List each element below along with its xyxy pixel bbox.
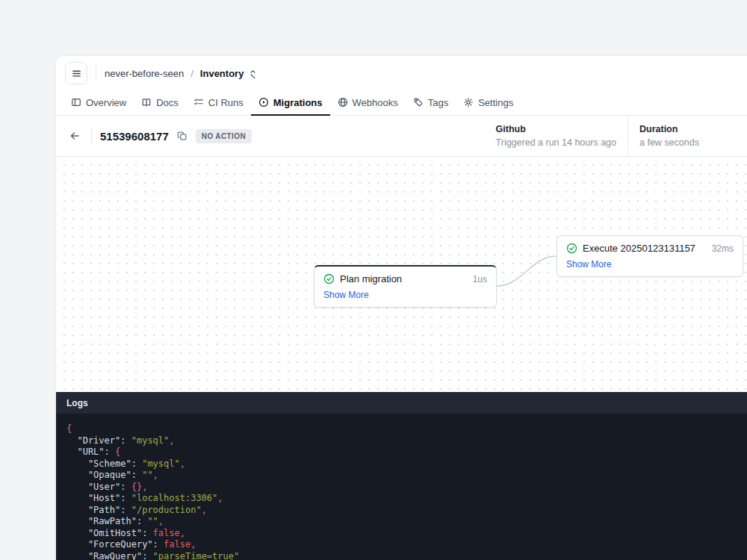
log-line: "OmitHost": false,: [66, 528, 737, 540]
meta-duration-value: a few seconds: [639, 137, 736, 148]
top-header: never-before-seen / Inventory: [56, 56, 747, 90]
copy-icon: [177, 131, 187, 141]
tab-settings[interactable]: Settings: [456, 90, 521, 116]
node-duration: 1us: [465, 274, 487, 284]
meta-duration-label: Duration: [639, 124, 736, 134]
tab-label: Migrations: [273, 97, 323, 108]
node-plan-migration[interactable]: Plan migration 1us Show More: [314, 265, 497, 308]
overview-icon: [71, 97, 81, 108]
log-line: "Driver": "mysql",: [66, 435, 737, 447]
back-button[interactable]: [66, 128, 83, 144]
node-title: Plan migration: [340, 273, 402, 284]
tab-docs[interactable]: Docs: [134, 90, 186, 116]
meta-github: Github Triggered a run 14 hours ago: [485, 116, 627, 156]
run-header-meta: Github Triggered a run 14 hours ago Dura…: [485, 116, 747, 156]
log-line: "URL": {: [66, 447, 737, 458]
divider: [91, 128, 92, 144]
log-line: "ForceQuery": false,: [66, 539, 737, 551]
node-header: Execute 20250123131157 32ms: [566, 243, 734, 254]
tab-label: CI Runs: [208, 97, 244, 108]
tab-tags[interactable]: Tags: [406, 90, 456, 116]
log-line: "RawQuery": "parseTime=true": [66, 551, 737, 560]
ci-runs-icon: [193, 97, 204, 108]
tags-icon: [413, 97, 424, 108]
logs-panel: Logs { "Driver": "mysql", "URL": { "Sche…: [56, 392, 747, 560]
show-more-link[interactable]: Show More: [566, 259, 734, 270]
tab-ci-runs[interactable]: CI Runs: [186, 90, 251, 116]
meta-github-value: Triggered a run 14 hours ago: [496, 137, 616, 148]
tab-migrations[interactable]: Migrations: [251, 90, 330, 116]
tab-overview[interactable]: Overview: [63, 90, 134, 116]
check-circle-icon: [566, 243, 577, 254]
tab-label: Webhooks: [353, 97, 398, 108]
log-line: "Host": "localhost:3306",: [66, 493, 737, 505]
copy-run-id-button[interactable]: [177, 131, 187, 141]
breadcrumb: never-before-seen / Inventory: [105, 68, 258, 79]
log-line: "RawPath": "",: [66, 516, 737, 528]
breadcrumb-org[interactable]: never-before-seen: [105, 68, 184, 79]
node-execute-migration[interactable]: Execute 20250123131157 32ms Show More: [557, 235, 743, 277]
tab-webhooks[interactable]: Webhooks: [330, 90, 406, 116]
run-header: 51539608177 NO ACTION Github Triggered a…: [56, 116, 747, 157]
node-title: Execute 20250123131157: [583, 243, 695, 254]
hamburger-icon: [71, 68, 82, 79]
show-more-link[interactable]: Show More: [323, 290, 487, 300]
settings-icon: [463, 97, 474, 108]
tab-label: Docs: [156, 97, 179, 108]
meta-github-label: Github: [496, 124, 616, 134]
tab-bar: OverviewDocsCI RunsMigrationsWebhooksTag…: [56, 90, 747, 116]
meta-duration: Duration a few seconds: [627, 116, 747, 156]
logs-body[interactable]: { "Driver": "mysql", "URL": { "Scheme": …: [56, 414, 747, 560]
migrations-icon: [258, 97, 269, 108]
flow-canvas[interactable]: Plan migration 1us Show More Execute 202…: [56, 157, 747, 391]
breadcrumb-separator: /: [190, 68, 193, 79]
project-selector-icon[interactable]: [248, 69, 258, 78]
log-line: "Scheme": "mysql",: [66, 458, 737, 470]
log-line: {: [66, 423, 737, 435]
check-circle-icon: [323, 273, 335, 284]
tab-label: Overview: [86, 97, 126, 108]
run-id: 51539608177: [100, 130, 169, 143]
logs-title: Logs: [66, 398, 88, 408]
logs-header: Logs: [56, 392, 747, 414]
log-line: "User": {},: [66, 482, 737, 494]
log-line: "Path": "/production",: [66, 505, 737, 517]
breadcrumb-project[interactable]: Inventory: [200, 68, 244, 79]
node-header: Plan migration 1us: [323, 273, 487, 284]
node-duration: 32ms: [704, 243, 734, 254]
run-header-left: 51539608177 NO ACTION: [56, 116, 252, 156]
status-badge: NO ACTION: [196, 129, 252, 143]
log-line: "Opaque": "",: [66, 470, 737, 482]
tab-label: Settings: [478, 97, 513, 108]
webhooks-icon: [338, 97, 348, 108]
arrow-left-icon: [69, 130, 81, 142]
tab-label: Tags: [428, 97, 448, 108]
docs-icon: [141, 97, 152, 108]
app-panel: never-before-seen / Inventory OverviewDo…: [56, 56, 747, 560]
menu-button[interactable]: [65, 62, 87, 84]
divider: [96, 65, 96, 81]
